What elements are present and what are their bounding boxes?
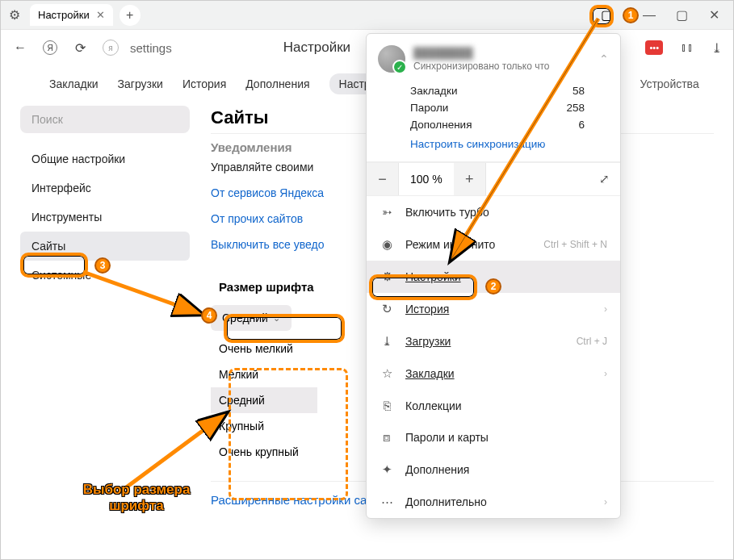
- nav-downloads[interactable]: Загрузки: [118, 73, 163, 94]
- gear-icon: ⚙: [380, 270, 394, 284]
- search-engine-icon[interactable]: я: [103, 40, 119, 56]
- yandex-icon[interactable]: Я: [43, 40, 57, 55]
- menu-more[interactable]: ⋯Дополнительно›: [367, 486, 620, 518]
- close-window-icon[interactable]: ✕: [706, 7, 722, 23]
- nav-history[interactable]: История: [182, 73, 226, 94]
- bookmark-icon: ⎘: [380, 399, 394, 412]
- sidebar-item-interface[interactable]: Интерфейс: [20, 173, 190, 203]
- zoom-row: − 100 % + ⤢: [367, 162, 620, 196]
- reload-icon[interactable]: ⟳: [72, 40, 88, 56]
- browser-tab[interactable]: Настройки ✕: [30, 4, 113, 26]
- zoom-out-button[interactable]: −: [367, 163, 399, 195]
- star-icon: ☆: [380, 366, 394, 381]
- sidebar-search[interactable]: Поиск: [20, 106, 190, 133]
- font-size-select[interactable]: Средний ⌄: [211, 305, 292, 331]
- nav-bookmarks[interactable]: Закладки: [49, 73, 99, 94]
- gear-icon[interactable]: ⚙: [9, 7, 20, 23]
- sync-status: Синхронизировано только что: [413, 61, 591, 72]
- chevron-up-icon[interactable]: ⌃: [599, 52, 609, 65]
- sync-passwords-row: Пароли258: [378, 99, 609, 116]
- sidebar-item-sites[interactable]: Сайты: [20, 232, 190, 261]
- downloads-icon[interactable]: ⤓: [711, 40, 722, 56]
- clock-icon: ↻: [380, 302, 394, 316]
- sidebar-item-tools[interactable]: Инструменты: [20, 203, 190, 232]
- rocket-icon: ➳: [380, 205, 394, 219]
- zoom-value: 100 %: [399, 173, 454, 186]
- menu-passwords[interactable]: ⧈Пароли и карты: [367, 421, 620, 453]
- menu-turbo[interactable]: ➳Включить турбо: [367, 196, 620, 228]
- incognito-icon: ◉: [380, 237, 394, 252]
- menu-bookmarks[interactable]: ☆Закладки›: [367, 357, 620, 390]
- chevron-right-icon: ›: [604, 368, 607, 379]
- chevron-right-icon: ›: [604, 496, 607, 508]
- marker-1: 1: [623, 7, 639, 23]
- font-option-m[interactable]: Средний: [211, 387, 317, 413]
- menu-incognito[interactable]: ◉Режим инкогнитоCtrl + Shift + N: [367, 228, 620, 261]
- zoom-in-button[interactable]: +: [454, 163, 486, 195]
- new-tab-button[interactable]: +: [120, 5, 141, 26]
- nav-devices[interactable]: Устройства: [640, 73, 698, 94]
- settings-sidebar: Поиск Общие настройки Интерфейс Инструме…: [20, 106, 190, 507]
- nav-addons[interactable]: Дополнения: [245, 73, 309, 94]
- profile-row[interactable]: ████████ Синхронизировано только что ⌃: [378, 45, 609, 73]
- more-icon: ⋯: [380, 495, 394, 509]
- password-manager-icon[interactable]: •••: [645, 40, 663, 55]
- fullscreen-icon[interactable]: ⤢: [588, 172, 620, 186]
- key-icon: ⧈: [380, 430, 394, 445]
- marker-2: 2: [485, 278, 501, 295]
- font-option-xl[interactable]: Очень крупный: [211, 439, 317, 465]
- minimize-icon[interactable]: —: [641, 8, 657, 23]
- sync-bookmarks-row: Закладки58: [378, 82, 609, 99]
- extensions-icon[interactable]: ⫾⫾: [681, 40, 694, 55]
- menu-history[interactable]: ↻История›: [367, 293, 620, 325]
- font-option-l[interactable]: Крупный: [211, 413, 317, 439]
- marker-3: 3: [94, 257, 111, 274]
- menu-addons[interactable]: ✦Дополнения: [367, 453, 620, 486]
- main-menu: ████████ Синхронизировано только что ⌃ З…: [366, 33, 621, 519]
- close-tab-icon[interactable]: ✕: [96, 9, 105, 21]
- font-size-current: Средний: [222, 311, 268, 324]
- sync-addons-row: Дополнения6: [378, 116, 609, 133]
- chevron-down-icon: ⌄: [273, 313, 280, 324]
- maximize-icon[interactable]: ▢: [673, 7, 690, 23]
- profile-name: ████████: [413, 47, 510, 59]
- annotation-caption: Выбор размера шрифта: [72, 482, 201, 515]
- chevron-right-icon: ›: [604, 303, 607, 315]
- sidebar-item-general[interactable]: Общие настройки: [20, 144, 190, 173]
- page-heading-in-bar: Настройки: [283, 40, 350, 56]
- download-icon: ⤓: [380, 334, 394, 349]
- sidebar-toggle-icon[interactable]: ▢: [601, 7, 613, 23]
- font-option-xs[interactable]: Очень мелкий: [211, 336, 317, 361]
- tab-title: Настройки: [38, 9, 90, 21]
- marker-4: 4: [201, 307, 217, 324]
- back-icon[interactable]: ←: [12, 40, 28, 55]
- font-size-dropdown: Очень мелкий Мелкий Средний Крупный Очен…: [211, 336, 317, 465]
- puzzle-icon: ✦: [380, 462, 394, 477]
- address-bar[interactable]: settings: [130, 41, 172, 55]
- menu-downloads[interactable]: ⤓ЗагрузкиCtrl + J: [367, 325, 620, 357]
- configure-sync-link[interactable]: Настроить синхронизацию: [378, 138, 609, 150]
- font-size-heading: Размер шрифта: [211, 275, 322, 299]
- menu-collections[interactable]: ⎘Коллекции: [367, 390, 620, 421]
- avatar: [378, 45, 405, 73]
- font-option-s[interactable]: Мелкий: [211, 361, 317, 387]
